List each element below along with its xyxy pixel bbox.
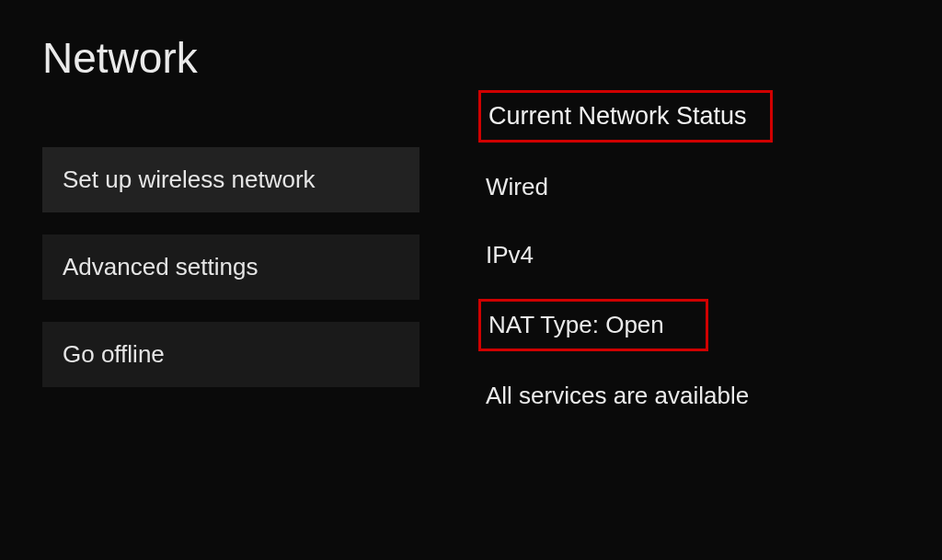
page-title: Network [0, 0, 942, 83]
services-row: All services are available [478, 371, 902, 419]
ip-version-row: IPv4 [478, 231, 902, 279]
content-area: Set up wireless network Advanced setting… [0, 147, 942, 440]
services-text: All services are available [486, 382, 749, 410]
status-panel: Current Network Status Wired IPv4 [423, 147, 902, 440]
nat-type-row: NAT Type: Open [478, 299, 708, 351]
status-header-text: Current Network Status [488, 102, 747, 131]
menu-panel: Set up wireless network Advanced setting… [0, 147, 423, 440]
nat-type-text: NAT Type: Open [488, 311, 664, 339]
go-offline-button[interactable]: Go offline [42, 322, 419, 387]
status-block: Current Network Status Wired IPv4 [478, 90, 902, 419]
status-header: Current Network Status [478, 90, 773, 143]
connection-type-text: Wired [486, 173, 548, 201]
advanced-settings-button[interactable]: Advanced settings [42, 234, 419, 300]
ip-version-text: IPv4 [486, 241, 534, 269]
setup-wireless-button[interactable]: Set up wireless network [42, 147, 419, 212]
connection-type-row: Wired [478, 163, 902, 211]
